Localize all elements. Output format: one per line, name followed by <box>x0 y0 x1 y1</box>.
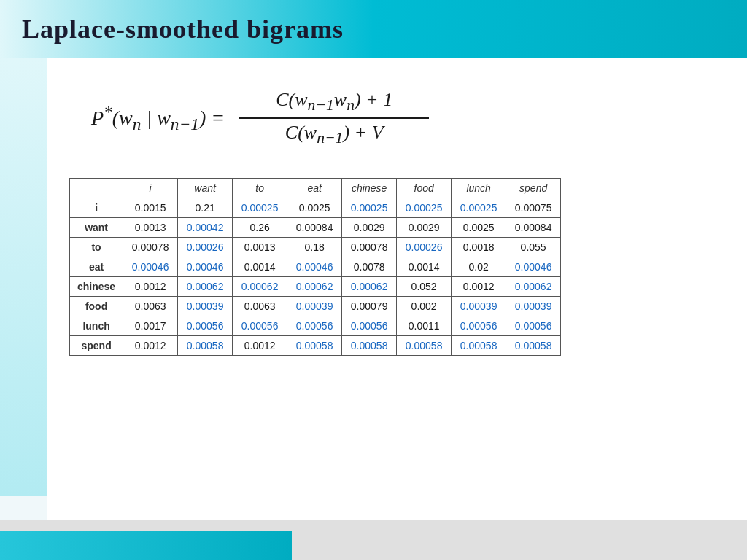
cell-eat-1: 0.00046 <box>178 257 233 277</box>
cell-eat-0: 0.00046 <box>123 257 178 277</box>
formula-fraction: C(wn−1wn) + 1 C(wn−1) + V <box>239 88 429 149</box>
table-header-spend: spend <box>506 179 561 198</box>
fraction-line <box>239 117 429 119</box>
table-header-lunch: lunch <box>452 179 506 198</box>
cell-to-4: 0.00078 <box>342 238 397 257</box>
bigram-table: iwanttoeatchinesefoodlunchspendi0.00150.… <box>69 178 561 356</box>
row-label-chinese: chinese <box>70 277 123 297</box>
table-row: to0.000780.000260.00130.180.000780.00026… <box>70 238 561 257</box>
row-label-spend: spend <box>70 336 123 356</box>
cell-to-0: 0.00078 <box>123 238 178 257</box>
cell-to-1: 0.00026 <box>178 238 233 257</box>
table-header-to: to <box>233 179 287 198</box>
cell-i-6: 0.00025 <box>452 198 506 218</box>
cell-to-3: 0.18 <box>287 238 342 257</box>
cell-spend-4: 0.00058 <box>342 336 397 356</box>
cell-eat-3: 0.00046 <box>287 257 342 277</box>
cell-chinese-4: 0.00062 <box>342 277 397 297</box>
cell-food-2: 0.0063 <box>233 297 287 316</box>
cell-lunch-1: 0.00056 <box>178 316 233 336</box>
cell-spend-0: 0.0012 <box>123 336 178 356</box>
bottom-teal-accent <box>0 531 292 560</box>
row-label-to: to <box>70 238 123 257</box>
bottom-bar <box>0 520 747 560</box>
cell-chinese-3: 0.00062 <box>287 277 342 297</box>
cell-lunch-3: 0.00056 <box>287 316 342 336</box>
cell-chinese-2: 0.00062 <box>233 277 287 297</box>
table-row: spend0.00120.000580.00120.000580.000580.… <box>70 336 561 356</box>
cell-chinese-5: 0.052 <box>397 277 452 297</box>
cell-food-0: 0.0063 <box>123 297 178 316</box>
cell-spend-5: 0.00058 <box>397 336 452 356</box>
cell-i-7: 0.00075 <box>506 198 561 218</box>
formula-display: P*(wn | wn−1) = C(wn−1wn) + 1 C(wn−1) + … <box>91 88 725 149</box>
cell-to-2: 0.0013 <box>233 238 287 257</box>
cell-want-2: 0.26 <box>233 218 287 238</box>
formula-numerator: C(wn−1wn) + 1 <box>270 88 398 116</box>
bigram-table-container: iwanttoeatchinesefoodlunchspendi0.00150.… <box>69 178 725 356</box>
table-row: food0.00630.000390.00630.000390.000790.0… <box>70 297 561 316</box>
cell-food-5: 0.002 <box>397 297 452 316</box>
table-row: want0.00130.000420.260.000840.00290.0029… <box>70 218 561 238</box>
cell-eat-6: 0.02 <box>452 257 506 277</box>
cell-i-4: 0.00025 <box>342 198 397 218</box>
cell-eat-5: 0.0014 <box>397 257 452 277</box>
table-header-food: food <box>397 179 452 198</box>
formula-denominator: C(wn−1) + V <box>279 120 390 149</box>
header-bar: Laplace-smoothed bigrams <box>0 0 747 58</box>
cell-to-7: 0.055 <box>506 238 561 257</box>
cell-lunch-0: 0.0017 <box>123 316 178 336</box>
table-row: eat0.000460.000460.00140.000460.00780.00… <box>70 257 561 277</box>
cell-i-3: 0.0025 <box>287 198 342 218</box>
table-header-want: want <box>178 179 233 198</box>
cell-want-0: 0.0013 <box>123 218 178 238</box>
cell-i-1: 0.21 <box>178 198 233 218</box>
formula-lhs: P*(wn | wn−1) = <box>91 102 225 134</box>
row-label-eat: eat <box>70 257 123 277</box>
cell-food-3: 0.00039 <box>287 297 342 316</box>
left-accent-bar <box>0 58 47 496</box>
cell-i-0: 0.0015 <box>123 198 178 218</box>
cell-spend-2: 0.0012 <box>233 336 287 356</box>
table-row: i0.00150.210.000250.00250.000250.000250.… <box>70 198 561 218</box>
table-row: chinese0.00120.000620.000620.000620.0006… <box>70 277 561 297</box>
cell-to-5: 0.00026 <box>397 238 452 257</box>
cell-lunch-5: 0.0011 <box>397 316 452 336</box>
cell-lunch-2: 0.00056 <box>233 316 287 336</box>
cell-food-7: 0.00039 <box>506 297 561 316</box>
cell-want-7: 0.00084 <box>506 218 561 238</box>
cell-spend-1: 0.00058 <box>178 336 233 356</box>
formula-section: P*(wn | wn−1) = C(wn−1wn) + 1 C(wn−1) + … <box>69 73 725 171</box>
cell-want-3: 0.00084 <box>287 218 342 238</box>
table-corner-cell <box>70 179 123 198</box>
row-label-want: want <box>70 218 123 238</box>
cell-want-6: 0.0025 <box>452 218 506 238</box>
cell-want-5: 0.0029 <box>397 218 452 238</box>
table-row: lunch0.00170.000560.000560.000560.000560… <box>70 316 561 336</box>
cell-food-1: 0.00039 <box>178 297 233 316</box>
row-label-food: food <box>70 297 123 316</box>
row-label-lunch: lunch <box>70 316 123 336</box>
cell-want-4: 0.0029 <box>342 218 397 238</box>
cell-food-6: 0.00039 <box>452 297 506 316</box>
table-header-i: i <box>123 179 178 198</box>
cell-eat-7: 0.00046 <box>506 257 561 277</box>
table-header-eat: eat <box>287 179 342 198</box>
cell-chinese-1: 0.00062 <box>178 277 233 297</box>
cell-chinese-6: 0.0012 <box>452 277 506 297</box>
cell-spend-7: 0.00058 <box>506 336 561 356</box>
cell-i-5: 0.00025 <box>397 198 452 218</box>
cell-spend-6: 0.00058 <box>452 336 506 356</box>
cell-lunch-7: 0.00056 <box>506 316 561 336</box>
main-content: P*(wn | wn−1) = C(wn−1wn) + 1 C(wn−1) + … <box>47 58 747 520</box>
cell-lunch-6: 0.00056 <box>452 316 506 336</box>
page-title: Laplace-smoothed bigrams <box>22 14 344 44</box>
cell-chinese-7: 0.00062 <box>506 277 561 297</box>
cell-to-6: 0.0018 <box>452 238 506 257</box>
table-header-chinese: chinese <box>342 179 397 198</box>
cell-eat-2: 0.0014 <box>233 257 287 277</box>
cell-eat-4: 0.0078 <box>342 257 397 277</box>
cell-lunch-4: 0.00056 <box>342 316 397 336</box>
cell-i-2: 0.00025 <box>233 198 287 218</box>
cell-spend-3: 0.00058 <box>287 336 342 356</box>
